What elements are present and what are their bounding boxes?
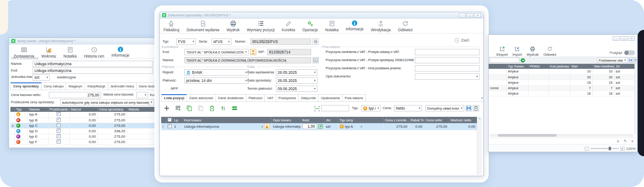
- position-row-1[interactable]: I 1 Usługa informatyczna ▾ Usługa inform…: [161, 123, 477, 130]
- save-layout-button[interactable]: [466, 105, 472, 111]
- tab-ceny-zakupu[interactable]: Ceny zakupu: [41, 82, 67, 90]
- maximize-button[interactable]: [466, 13, 473, 18]
- search-go-button[interactable]: [520, 58, 526, 63]
- preview-toggle[interactable]: [624, 50, 635, 55]
- wydruk-button[interactable]: Wydruk: [223, 19, 243, 34]
- horizontal-scrollbar[interactable]: [490, 134, 634, 137]
- typ-ceny-filter-select[interactable]: A typ A: [361, 105, 381, 111]
- copy-position-button[interactable]: [185, 104, 193, 112]
- tab-vat[interactable]: VAT: [264, 94, 276, 101]
- odswiez-button[interactable]: Odśwież: [394, 19, 417, 34]
- korekta-button[interactable]: Korekta: [278, 19, 298, 34]
- jednostka-miary-select[interactable]: szt: [33, 74, 50, 81]
- stock-row[interactable]: Artykuł 16 16 szt: [489, 91, 634, 96]
- tab-powiazania[interactable]: Powiązania: [276, 94, 298, 101]
- vat2-field[interactable]: [415, 57, 480, 63]
- stock-row[interactable]: Artykuł 10 10 szt: [489, 69, 634, 74]
- dokument-wydania-button[interactable]: Dokument wydania: [183, 19, 223, 34]
- price-row-typ-f[interactable]: F typ F 0,00 275,00: [10, 139, 158, 144]
- price-row-typ-e[interactable]: E typ E 0,00 275,00: [10, 134, 158, 139]
- eksport-button[interactable]: Eksport: [494, 45, 510, 58]
- stock-vertical-scrollbar[interactable]: [634, 64, 638, 134]
- wydruki-button[interactable]: Wydruki: [524, 45, 541, 58]
- przeliczenie-select[interactable]: automatyczne gdy cena zakupu większa od …: [60, 99, 154, 105]
- scrollbar-thumb[interactable]: [498, 134, 557, 137]
- row-layout-button[interactable]: [231, 104, 238, 112]
- column-layout-select[interactable]: Domyślny układ kolumn: [425, 105, 464, 111]
- tab-opakowania[interactable]: Opakowania: [318, 94, 342, 101]
- tab-klasyfikacje[interactable]: Klasyfikacje: [85, 82, 108, 90]
- edit-filter-icon[interactable]: ✎: [624, 139, 627, 143]
- price-row-typ-b[interactable]: B typ B 0,00 275,00: [10, 117, 158, 123]
- waluta-select[interactable]: [136, 92, 148, 98]
- import-button[interactable]: Import: [510, 45, 524, 58]
- save-layout-button[interactable]: [629, 58, 633, 63]
- tab-pola-wlasne[interactable]: Pola własne: [342, 94, 365, 101]
- numer-settings-button[interactable]: [312, 38, 319, 45]
- chevron-down-icon[interactable]: ▾: [481, 96, 483, 100]
- price-row-typ-d[interactable]: D typ D 0,00 338,25: [10, 128, 158, 134]
- opis-towaru-cell[interactable]: Usługa informatyc...: [271, 123, 301, 130]
- kontrahent-kod-select[interactable]: "DIGIT-AL" SPÓŁKA Z OGRANICZONĄ ODPOWIED…: [184, 49, 249, 55]
- stock-search-input[interactable]: [490, 58, 519, 63]
- typ-select[interactable]: FVS: [176, 38, 196, 45]
- sort-positions-button[interactable]: [219, 104, 227, 112]
- zoom-dropdown-button[interactable]: ▾: [620, 147, 625, 151]
- stock-row[interactable]: Artykuł 15 15 szt: [489, 80, 634, 85]
- notatka-button[interactable]: Notatka: [322, 19, 342, 34]
- nazwa-field[interactable]: Usługa informatyczna: [33, 61, 153, 67]
- add-list-position-button[interactable]: [174, 104, 182, 112]
- tab-zalaczniki[interactable]: Załączniki: [298, 94, 318, 101]
- edit-icon[interactable]: [318, 124, 323, 129]
- kontrahent-person-button[interactable]: [250, 49, 256, 55]
- stock-row[interactable]: Artykuł 20 20 szt: [489, 74, 634, 80]
- delete-position-button[interactable]: [208, 104, 216, 112]
- informacje-button[interactable]: Informacje: [342, 19, 367, 33]
- wymiary-pozycji-button[interactable]: Wymiary pozycji: [243, 19, 278, 34]
- stock-row[interactable]: ronne Artykuł 7 7 szt: [489, 85, 634, 91]
- add-position-button[interactable]: [163, 104, 170, 112]
- copy-disabled-button[interactable]: [197, 104, 204, 112]
- fit-columns-button[interactable]: [313, 105, 321, 112]
- address-card-button[interactable]: [312, 57, 319, 63]
- tab-magazyn[interactable]: Magazyn: [66, 82, 85, 90]
- zoom-slider[interactable]: [591, 148, 619, 149]
- fiskalizuj-button[interactable]: Fiskalizuj: [160, 19, 183, 34]
- seria-select[interactable]: sFVS: [211, 38, 231, 45]
- rejestr-select[interactable]: BANK: [184, 69, 249, 76]
- tab-dane-dodatkowe[interactable]: Dane dodatkowe: [216, 94, 246, 101]
- vat1-field[interactable]: [415, 49, 480, 55]
- data-wystawienia-field[interactable]: 26.05.2025: [276, 69, 317, 76]
- close-button[interactable]: [628, 36, 635, 41]
- cena-bazowa-field[interactable]: 275,00: [49, 92, 101, 98]
- close-button[interactable]: [474, 13, 481, 18]
- termin-platnosci-field[interactable]: 09.06.2025: [276, 86, 317, 92]
- price-row-typ-c[interactable]: ► C typ C 0,00 275,00: [10, 123, 158, 128]
- platnosc-select[interactable]: przelew, 14 dni: [184, 77, 249, 84]
- stock-layout-select[interactable]: Podstawowy układ kolumn: [597, 58, 628, 63]
- kod-field[interactable]: Usługa informatyczna: [33, 67, 153, 74]
- minimize-button[interactable]: [459, 13, 466, 18]
- maximize-button[interactable]: [620, 36, 627, 41]
- minimize-button[interactable]: [613, 36, 620, 41]
- tab-dane-adresowe[interactable]: Dane adresowe: [187, 94, 216, 101]
- chevron-down-icon[interactable]: ▾: [360, 125, 362, 128]
- tab-lista-pozycji[interactable]: Lista pozycji: [161, 94, 187, 101]
- zoom-out-button[interactable]: –: [585, 147, 589, 151]
- odswiez-button[interactable]: Odśwież: [541, 45, 559, 58]
- delete-layout-button[interactable]: [634, 58, 638, 63]
- delete-layout-button[interactable]: [473, 105, 479, 111]
- tab-ceny-sprzedazy[interactable]: Ceny sprzedaży: [10, 82, 42, 90]
- grid-vertical-scrollbar[interactable]: ▲: [477, 117, 482, 175]
- clear-filter-icon[interactable]: ×: [631, 139, 634, 144]
- cena-filter-select[interactable]: Netto: [394, 105, 422, 111]
- positions-search-input[interactable]: [321, 105, 349, 111]
- tab-jednostki-miary[interactable]: Jednostki miary: [108, 82, 137, 90]
- ilosc-input[interactable]: 1,00: [303, 124, 317, 129]
- filter-menu-icon[interactable]: ≡: [617, 139, 619, 144]
- collapse-button[interactable]: Zwiń: [454, 38, 469, 43]
- vat3-field[interactable]: [415, 65, 480, 72]
- price-row-typ-a[interactable]: A typ A 0,00 275,00: [10, 112, 158, 117]
- opis-dokumentu-select[interactable]: [415, 73, 480, 80]
- product-titlebar[interactable]: Nowy towar: Usługa informatyczna *: [9, 38, 158, 44]
